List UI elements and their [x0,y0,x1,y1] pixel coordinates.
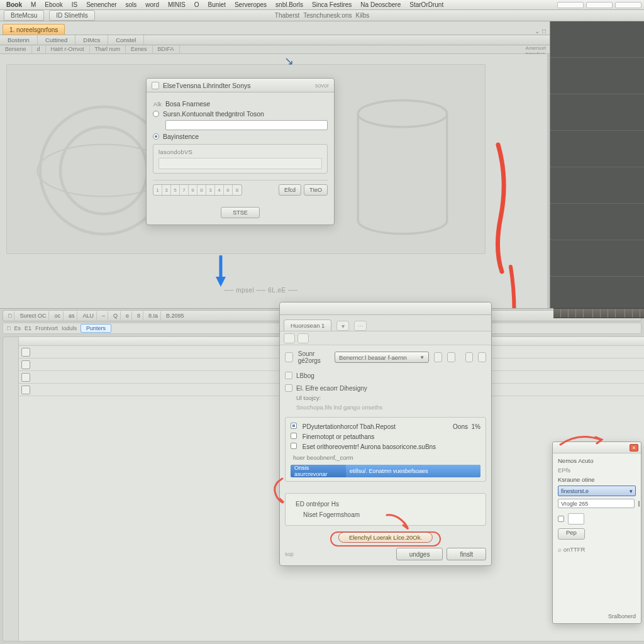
menu-ebook[interactable]: Ebook [41,1,66,9]
menu-sols[interactable]: sols [122,1,141,9]
options-tab-0[interactable]: Huorosean 1 [284,319,331,331]
tb2-item[interactable]: E1 [25,325,31,331]
pick-combo[interactable]: Benerncr:l beasar f-aernn ▼ [335,352,429,363]
menu-snbl[interactable]: snbl.Borls [272,1,307,9]
page-segment[interactable]: 1 3 5 7 9 0 3 4 6 8 [153,184,242,196]
menu-sinca[interactable]: Sinca Festires [308,1,355,9]
tb-item[interactable]: □ [6,311,14,320]
menu-na[interactable]: Na Deoscbere [357,1,404,9]
menu-book[interactable]: Book [3,1,26,9]
history-button[interactable]: Elenchyl Loerak Líce.20Ok. [338,532,433,543]
dialog-btn-b[interactable]: TIeO [304,184,328,196]
tb-item[interactable]: 8 [135,311,143,320]
panel-slot[interactable] [550,58,644,94]
track-handle-icon[interactable] [21,348,30,357]
tb-item[interactable]: e [123,311,132,320]
tb2-item[interactable]: Frontvort [35,325,58,331]
run-selection[interactable]: Onsis asurcrevonar etillsu/. Eonatmn vue… [291,465,480,477]
seg-cell[interactable]: 3 [206,185,215,195]
tab-dropdown-icon[interactable]: ⌄ [535,28,540,35]
panel-slot[interactable] [550,167,644,204]
dialog-settings-titlebar[interactable]: ElseTvensna Lihrindter Sonys sovor [147,79,334,92]
tb-item[interactable]: – [99,311,108,320]
props-apply-button[interactable]: Pep [558,528,585,540]
pick-icon[interactable] [285,352,293,362]
radio-option-c[interactable] [153,133,159,140]
track-handle-icon[interactable] [21,360,30,369]
app-tab-b[interactable]: ID Slinethls [49,10,95,21]
tb-item[interactable]: as [66,311,78,320]
seg-cell[interactable]: 1 [153,185,162,195]
seg-cell[interactable]: 8 [233,185,242,195]
tb-item[interactable]: Q [111,311,121,320]
props-check-b[interactable] [558,516,564,522]
panel-slot[interactable] [550,131,644,167]
pick-extra-b-icon[interactable] [447,352,455,362]
col-2[interactable]: DIMcs [75,35,108,45]
iconbar-icon[interactable] [284,333,295,343]
menu-m[interactable]: M [27,1,40,9]
menu-buniet[interactable]: Buniet [204,1,230,9]
options-tab-more-icon[interactable]: ⋯ [354,321,367,331]
menu-serveropes[interactable]: Serveropes [231,1,270,9]
col-3[interactable]: Constel [108,35,144,45]
tb-item[interactable]: 8.Ia [146,311,161,320]
pick-right-a-icon[interactable] [465,352,474,362]
tb-item[interactable]: Surect OC [17,311,49,320]
seg-cell[interactable]: 5 [171,185,180,195]
col-0[interactable]: Bostenn [0,35,38,45]
col-1[interactable]: Cuttined [38,35,75,45]
tb-item[interactable]: oc [52,311,64,320]
menu-minis[interactable]: MINIS [164,1,189,9]
panel-slot[interactable] [550,21,644,58]
tb-item[interactable]: ALU [80,311,97,320]
options-btn-b[interactable]: finslt [447,548,486,560]
tb2-item[interactable]: □ [7,325,10,331]
seg-cell[interactable]: 0 [197,185,206,195]
track-handle-icon[interactable] [21,373,30,382]
search-mini[interactable] [557,2,584,8]
pick-extra-a-icon[interactable] [434,352,442,362]
options-btn-a[interactable]: undges [396,548,443,560]
menu-o[interactable]: O [191,1,203,9]
seg-cell[interactable]: 7 [180,185,189,195]
props-combo[interactable]: finestorst.e ▾ [558,486,636,496]
iconbar-icon[interactable] [297,333,309,343]
menu-word[interactable]: word [142,1,163,9]
dark-ruler[interactable] [553,308,644,318]
seg-cell[interactable]: 6 [224,185,233,195]
run-check-2[interactable] [291,443,297,449]
panel-slot[interactable] [550,94,644,131]
props-field2[interactable] [558,499,635,508]
dialog-footer-btn[interactable]: STSE [221,207,260,218]
menu-is[interactable]: IS [68,1,81,9]
close-icon[interactable]: × [630,444,638,452]
tb2-item[interactable]: Es [14,325,21,331]
tab-window-icon[interactable]: □ [542,28,546,35]
frame-slot[interactable] [158,158,322,169]
tb2-item[interactable]: Ioduls [62,325,77,331]
seg-cell[interactable]: 3 [162,185,171,195]
radio-option-b[interactable] [153,111,159,117]
panel-slot[interactable] [550,240,644,277]
seg-cell[interactable]: 4 [215,185,224,195]
tab-active[interactable]: 1. noreelsgnrfons [3,24,65,35]
run-check-main[interactable] [291,423,297,429]
tb-item[interactable]: B.2095 [164,311,187,320]
tb2-picked[interactable]: Punters [80,324,111,333]
menu-senencher[interactable]: Senencher [82,1,120,9]
pick-right-b-icon[interactable] [478,352,486,362]
app-tab-a[interactable]: BrteMcsu [4,10,44,21]
props-swatch[interactable] [568,513,584,525]
panel-slot[interactable] [550,204,644,240]
dialog-options-titlebar[interactable] [280,303,491,315]
seg-cell[interactable]: 9 [189,185,197,195]
options-tab-add-icon[interactable]: ▾ [336,321,349,331]
menu-star[interactable]: StarOrDrunt [406,1,447,9]
dialog-btn-a[interactable]: Efcd [279,184,301,196]
row-b-input[interactable] [165,120,328,130]
run-check-1[interactable] [291,433,297,439]
track-handle-icon[interactable] [21,386,30,394]
track-gutter[interactable] [3,336,19,641]
props-check-a[interactable] [638,501,640,507]
